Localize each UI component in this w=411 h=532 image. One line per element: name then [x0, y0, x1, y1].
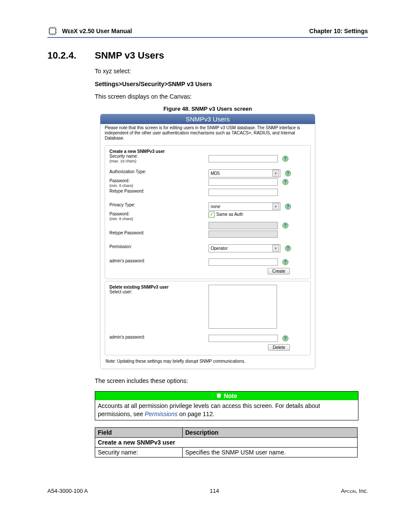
auth-password-label: Password: [109, 178, 130, 183]
help-icon[interactable]: ? [282, 335, 289, 342]
delete-button[interactable]: Delete [268, 344, 290, 351]
panel-title: SNMPv3 Users [100, 114, 315, 124]
auth-retype-input[interactable] [209, 189, 278, 196]
figure-caption: Figure 48. SNMP v3 Users screen [47, 106, 368, 112]
delete-heading: Delete existing SNMPv3 user [109, 285, 168, 289]
help-icon[interactable]: ? [282, 179, 289, 185]
delete-admin-password-input[interactable] [209, 335, 278, 342]
field-table: Field Description Create a new SNMPv3 us… [95, 427, 358, 457]
same-as-auth-label: Same as Auth [216, 212, 243, 217]
help-icon[interactable]: ? [282, 259, 289, 265]
note-box: Note Accounts at all permission privileg… [95, 391, 358, 420]
table-cell-field: Security name: [95, 448, 183, 457]
security-name-input[interactable] [209, 155, 278, 162]
footer-left: A54-3000-100 A [47, 488, 88, 494]
security-name-hint: (max. 19 chars) [109, 159, 137, 163]
svg-text:?: ? [284, 156, 286, 161]
privacy-type-select[interactable]: none ▾ [209, 202, 280, 211]
table-section-row: Create a new SNMPv3 user [95, 438, 358, 448]
auth-retype-label: Retype Password: [109, 189, 209, 193]
create-button[interactable]: Create [268, 268, 290, 274]
privacy-type-label: Privacy Type: [109, 202, 209, 207]
permissions-link[interactable]: Permissions [145, 411, 177, 417]
table-header-description: Description [183, 428, 358, 438]
snmpv3-users-screenshot: SNMPv3 Users Please note that this scree… [100, 114, 315, 369]
auth-type-select[interactable]: MD5 ▾ [209, 169, 280, 177]
svg-text:?: ? [284, 336, 286, 341]
privacy-type-value: none [211, 204, 220, 209]
priv-retype-input[interactable] [209, 230, 278, 238]
auth-password-hint: (min. 8 chars) [109, 184, 133, 188]
page-footer: A54-3000-100 A 114 Apcon, Inc. [47, 488, 368, 494]
nav-path: Settings>Users/Security>SNMP v3 Users [95, 80, 368, 89]
priv-password-input[interactable] [209, 222, 278, 229]
note-heading: Note [95, 392, 358, 400]
svg-text:?: ? [284, 260, 286, 264]
delete-admin-password-label: admin's password: [109, 335, 209, 339]
security-name-label: Security name: [109, 154, 138, 159]
auth-type-label: Authorization Type: [109, 169, 209, 174]
auth-password-input[interactable] [209, 178, 278, 186]
section-title: SNMP v3 Users [95, 50, 164, 61]
help-icon[interactable]: ? [282, 222, 289, 229]
panel-footer-note: Note: Updating these settings may briefl… [100, 357, 315, 365]
note-body: Accounts at all permission privilege lev… [95, 400, 358, 420]
create-heading: Create a new SNMPv3 user [109, 149, 165, 154]
svg-text:?: ? [286, 246, 289, 251]
priv-retype-label: Retype Password: [109, 230, 209, 235]
help-icon[interactable]: ? [285, 245, 291, 252]
note-icon [216, 393, 222, 399]
admin-password-input[interactable] [209, 258, 278, 266]
svg-text:?: ? [286, 204, 289, 209]
help-icon[interactable]: ? [282, 156, 289, 162]
create-user-block: Create a new SNMPv3 user Security name: … [105, 145, 311, 279]
help-icon[interactable]: ? [285, 170, 291, 177]
svg-rect-0 [50, 28, 56, 34]
svg-text:?: ? [286, 171, 289, 176]
priv-password-label: Password: [109, 212, 130, 216]
panel-note: Please note that this screen is for edit… [100, 124, 315, 143]
delete-user-block: Delete existing SNMPv3 user Select user:… [105, 281, 311, 355]
select-user-listbox[interactable] [209, 285, 277, 329]
auth-type-value: MD5 [211, 171, 220, 176]
svg-text:?: ? [284, 223, 286, 228]
intro-text: To xyz select: [95, 67, 368, 76]
chevron-down-icon: ▾ [272, 170, 279, 177]
permission-value: Operator [211, 246, 227, 251]
chevron-down-icon: ▾ [272, 203, 279, 210]
table-cell-desc: Specifies the SNMP USM user name. [183, 448, 358, 457]
doc-title: WebX v2.50 User Manual [62, 28, 132, 34]
same-as-auth-checkbox[interactable]: ✓ [209, 212, 215, 218]
help-icon[interactable]: ? [285, 203, 291, 210]
chapter-title: Chapter 10: Settings [309, 28, 368, 34]
permission-label: Permission: [109, 244, 209, 249]
chevron-down-icon: ▾ [272, 245, 279, 252]
select-user-label: Select user: [109, 289, 132, 294]
priv-password-hint: (min. 8 chars) [109, 217, 133, 221]
canvas-line: This screen displays on the Canvas: [95, 93, 368, 101]
admin-password-label: admin's password: [109, 258, 209, 263]
table-header-field: Field [95, 428, 183, 438]
options-line: The screen includes these options: [95, 377, 368, 386]
svg-text:?: ? [284, 180, 286, 184]
section-number: 10.2.4. [47, 50, 95, 61]
footer-right: Apcon, Inc. [341, 488, 368, 494]
page-number: 114 [88, 488, 341, 494]
page-header: WebX v2.50 User Manual Chapter 10: Setti… [47, 26, 368, 38]
permission-select[interactable]: Operator ▾ [209, 244, 280, 252]
chip-icon [47, 26, 58, 36]
